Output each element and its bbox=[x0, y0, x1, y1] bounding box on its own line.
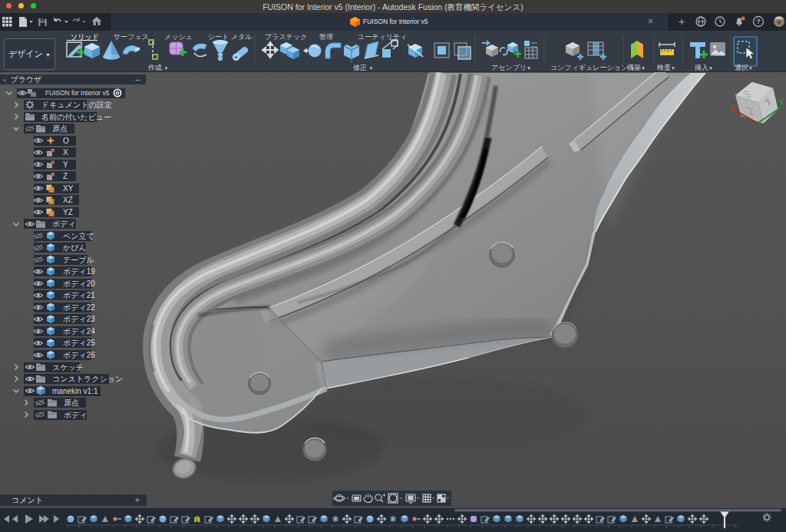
svg-text:Y: Y bbox=[778, 97, 785, 107]
svg-text:X: X bbox=[729, 103, 737, 113]
svg-text:?: ? bbox=[756, 18, 761, 25]
